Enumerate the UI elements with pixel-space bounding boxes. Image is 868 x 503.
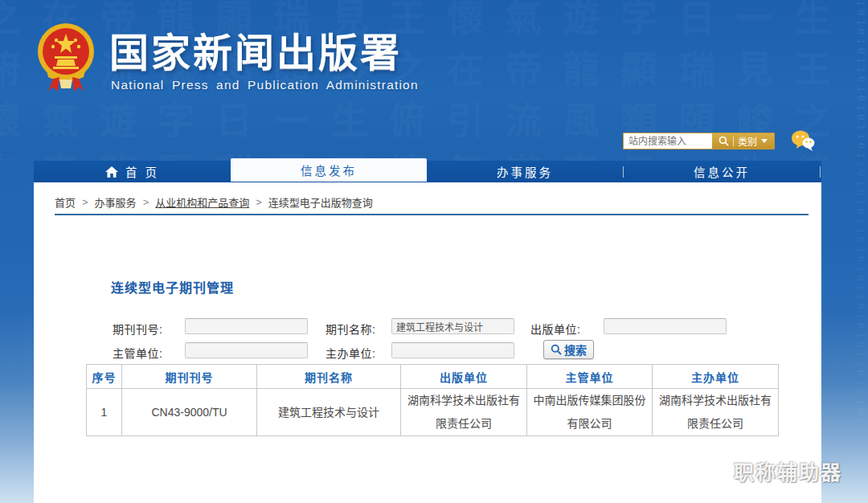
site-search: 类别 (623, 133, 775, 149)
journal-code-input[interactable] (185, 318, 308, 334)
nav-item-info-disclosure[interactable]: 信息公开 (624, 161, 820, 182)
header-name: 期刊名称 (257, 365, 401, 389)
publisher-label: 出版单位: (530, 321, 580, 337)
breadcrumb-services[interactable]: 办事服务 (95, 194, 137, 210)
journal-name-label: 期刊名称: (326, 321, 375, 337)
breadcrumb-current-page: 连续型电子出版物查询 (268, 194, 373, 210)
breadcrumb-separator: > (143, 196, 149, 208)
breadcrumb-divider (55, 214, 809, 215)
nav-item-home[interactable]: 首 页 (34, 161, 231, 182)
search-button-label: 搜索 (564, 341, 587, 358)
national-emblem-logo (35, 21, 96, 96)
nav-separator (820, 166, 821, 178)
site-title: 国家新闻出版署 (109, 21, 402, 78)
wechat-icon[interactable] (791, 129, 815, 152)
journal-code-label: 期刊刊号: (113, 321, 162, 337)
search-divider (733, 137, 734, 146)
header-code: 期刊刊号 (122, 365, 257, 389)
organizer-input[interactable] (391, 342, 514, 358)
journal-name-input[interactable] (391, 318, 514, 334)
nav-item-services[interactable]: 办事服务 (427, 161, 623, 182)
header-org: 主办单位 (653, 365, 779, 389)
home-icon (105, 166, 118, 178)
cell-code: CN43-9000/TU (122, 389, 257, 436)
publisher-input[interactable] (604, 318, 727, 334)
site-search-controls: 类别 (712, 133, 774, 149)
supervisor-input[interactable] (185, 342, 308, 358)
breadcrumb-separator: > (256, 196, 262, 208)
search-icon[interactable] (719, 136, 729, 146)
table-header-row: 序号 期刊刊号 期刊名称 出版单位 主管单位 主办单位 (87, 365, 779, 389)
breadcrumb-product-query[interactable]: 从业机构和产品查询 (155, 194, 249, 210)
nav-item-info-disclosure-label: 信息公开 (694, 163, 750, 180)
header-sup: 主管单位 (527, 365, 653, 389)
page-title: 连续型电子期刊管理 (111, 277, 234, 296)
nav-item-info-release-label: 信息发布 (301, 162, 357, 178)
cell-name: 建筑工程技术与设计 (257, 389, 401, 436)
supervisor-label: 主管单位: (113, 345, 162, 361)
digit-texture-side: 1010101101010110101011010101101010110101… (821, 161, 866, 426)
category-dropdown-label[interactable]: 类别 (738, 134, 757, 148)
table-row: 1 CN43-9000/TU 建筑工程技术与设计 湖南科学技术出版社有限责任公司… (87, 389, 779, 436)
organizer-label: 主办单位: (326, 345, 375, 361)
breadcrumb-home[interactable]: 首页 (55, 194, 76, 210)
search-button[interactable]: 搜索 (543, 340, 594, 359)
nav-item-home-label: 首 页 (125, 163, 159, 180)
results-table: 序号 期刊刊号 期刊名称 出版单位 主管单位 主办单位 1 CN43-9000/… (86, 364, 779, 436)
digit-texture: 1010101101010110101011010101101010110101… (821, 0, 866, 161)
site-header: 之在帝龍顯瑞見王懷氣遊字日一生俯引流風類頤峻之在帝龍顯瑞見王懷氣遊字日一生俯引流… (0, 0, 868, 161)
cell-seq: 1 (87, 389, 122, 436)
breadcrumb-separator: > (82, 196, 88, 208)
content-panel: 首页 > 办事服务 > 从业机构和产品查询 > 连续型电子出版物查询 连续型电子… (34, 182, 821, 503)
header-seq: 序号 (87, 365, 122, 389)
main-navigation: 首 页 信息发布 办事服务 信息公开 (34, 161, 821, 182)
site-subtitle: National Press and Publication Administr… (111, 78, 419, 92)
cell-pub: 湖南科学技术出版社有限责任公司 (401, 389, 527, 436)
cell-org: 湖南科学技术出版社有限责任公司 (653, 389, 779, 436)
nav-item-services-label: 办事服务 (497, 163, 553, 180)
site-search-input[interactable] (624, 133, 712, 149)
header-pub: 出版单位 (401, 365, 527, 389)
breadcrumb: 首页 > 办事服务 > 从业机构和产品查询 > 连续型电子出版物查询 (55, 194, 373, 210)
search-icon (551, 344, 562, 355)
nav-item-info-release[interactable]: 信息发布 (231, 158, 427, 182)
chevron-down-icon[interactable] (761, 139, 768, 143)
cell-sup: 中南出版传媒集团股份有限公司 (527, 389, 653, 436)
